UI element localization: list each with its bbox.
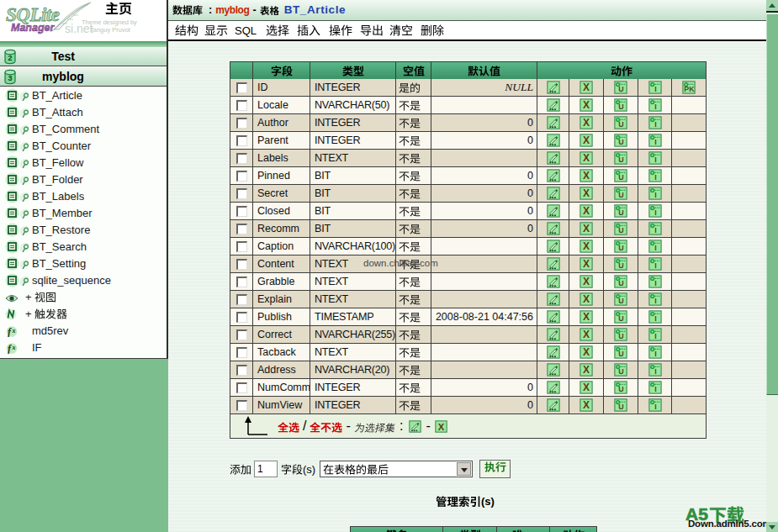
svg-text:X: X bbox=[583, 205, 590, 217]
svg-text:X: X bbox=[583, 382, 590, 393]
svg-text:I: I bbox=[654, 385, 656, 393]
svg-text:Manager: Manager bbox=[11, 22, 56, 34]
svg-text:I: I bbox=[654, 173, 656, 182]
svg-text:I: I bbox=[654, 261, 656, 270]
svg-text:X: X bbox=[583, 99, 590, 111]
svg-text:I: I bbox=[654, 367, 656, 376]
svg-text:X: X bbox=[583, 82, 590, 93]
svg-text:X: X bbox=[583, 152, 590, 164]
svg-text:U: U bbox=[618, 138, 623, 146]
svg-text:I: I bbox=[654, 279, 656, 287]
svg-text:X: X bbox=[583, 170, 590, 182]
svg-text:si.net: si.net bbox=[65, 22, 93, 35]
svg-text:X: X bbox=[583, 293, 590, 305]
svg-text:U: U bbox=[618, 103, 623, 111]
svg-text:U: U bbox=[618, 385, 623, 393]
svg-text:U: U bbox=[618, 120, 623, 129]
svg-text:I: I bbox=[654, 85, 656, 93]
svg-text:U: U bbox=[618, 191, 623, 199]
svg-text:U: U bbox=[618, 367, 623, 376]
svg-text:X: X bbox=[583, 134, 590, 146]
svg-text:U: U bbox=[618, 350, 623, 358]
svg-text:U: U bbox=[618, 244, 623, 252]
svg-text:I: I bbox=[654, 403, 656, 411]
svg-text:I: I bbox=[654, 191, 656, 199]
svg-text:U: U bbox=[618, 208, 623, 217]
svg-text:PK: PK bbox=[684, 85, 695, 93]
svg-text:U: U bbox=[618, 403, 623, 411]
svg-text:U: U bbox=[618, 155, 623, 164]
svg-text:U: U bbox=[618, 332, 623, 340]
svg-text:X: X bbox=[583, 117, 590, 129]
svg-text:I: I bbox=[654, 138, 656, 146]
svg-text:U: U bbox=[618, 279, 623, 287]
svg-text:X: X bbox=[583, 223, 590, 234]
svg-text:U: U bbox=[618, 85, 623, 93]
svg-text:X: X bbox=[583, 364, 590, 376]
svg-text:U: U bbox=[618, 226, 623, 234]
svg-text:I: I bbox=[654, 244, 656, 252]
svg-text:I: I bbox=[654, 350, 656, 358]
svg-text:I: I bbox=[654, 103, 656, 111]
svg-text:U: U bbox=[618, 261, 623, 270]
svg-text:X: X bbox=[583, 258, 590, 270]
svg-text:X: X bbox=[583, 311, 590, 323]
svg-text:I: I bbox=[654, 332, 656, 340]
svg-text:I: I bbox=[654, 155, 656, 164]
svg-text:I: I bbox=[654, 297, 656, 305]
svg-text:X: X bbox=[583, 329, 590, 340]
svg-text:I: I bbox=[654, 226, 656, 234]
svg-text:X: X bbox=[583, 346, 590, 358]
svg-text:U: U bbox=[618, 173, 623, 182]
svg-text:Tanguy Pruvot: Tanguy Pruvot bbox=[90, 26, 131, 34]
svg-text:X: X bbox=[583, 240, 590, 252]
svg-text:U: U bbox=[618, 314, 623, 323]
svg-text:I: I bbox=[654, 314, 656, 323]
svg-text:x: x bbox=[12, 327, 16, 334]
svg-text:X: X bbox=[437, 421, 444, 431]
svg-text:X: X bbox=[583, 276, 590, 287]
svg-text:I: I bbox=[654, 120, 656, 129]
svg-text:I: I bbox=[654, 208, 656, 217]
svg-text:X: X bbox=[583, 399, 590, 411]
svg-text:U: U bbox=[618, 297, 623, 305]
svg-text:X: X bbox=[583, 187, 590, 199]
svg-text:x: x bbox=[12, 344, 16, 351]
